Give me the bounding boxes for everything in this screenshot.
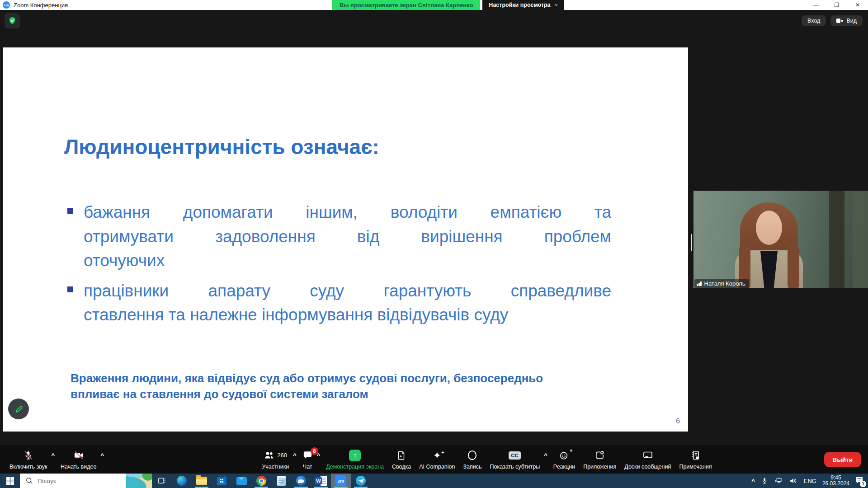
windows-logo-icon <box>6 477 14 485</box>
ai-companion-button[interactable]: ✦✦ AI Companion <box>415 446 459 473</box>
apps-icon <box>594 450 605 460</box>
participants-chevron[interactable]: ^ <box>293 452 297 473</box>
summary-button[interactable]: Сводка <box>388 446 415 473</box>
participants-icon <box>264 450 274 460</box>
screen-share-banner: Вы просматриваете экран Світлана Карпенк… <box>332 0 480 10</box>
participant-video-tile[interactable]: Наталя Король <box>693 191 868 288</box>
system-tray: ^ ENG 9:45 26.03.2024 <box>751 474 868 488</box>
pencil-icon <box>14 404 24 414</box>
windows-taskbar: W zm ^ ENG 9:45 26.03.2024 <box>0 474 868 488</box>
participants-button[interactable]: 260 Участники <box>258 446 293 473</box>
reactions-button[interactable]: + Реакции <box>549 446 579 473</box>
captions-label: Показать субтитры <box>490 464 540 470</box>
summary-doc-icon <box>396 450 406 461</box>
bullet-line: ставлення та належне інформування відвід… <box>84 303 611 327</box>
panel-resize-handle[interactable] <box>691 234 692 251</box>
notes-button[interactable]: Примечания <box>675 446 716 473</box>
signal-strength-icon <box>697 282 702 286</box>
search-highlight-image[interactable] <box>126 474 152 488</box>
video-background <box>829 191 844 288</box>
view-label: Вид <box>846 18 857 24</box>
taskbar-app-chrome[interactable] <box>251 474 271 488</box>
unmute-button[interactable]: Включить звук <box>5 446 51 473</box>
participant-figure <box>788 245 799 288</box>
record-button[interactable]: Запись <box>459 446 486 473</box>
taskbar-app-store[interactable] <box>212 474 231 488</box>
language-indicator[interactable]: ENG <box>804 478 816 484</box>
taskbar-app-explorer[interactable] <box>192 474 212 488</box>
audio-options-chevron[interactable]: ^ <box>51 452 55 473</box>
taskbar-search[interactable] <box>20 474 152 488</box>
window-titlebar: zm Zoom Конференция Вы просматриваете эк… <box>0 0 868 10</box>
chat-chevron[interactable]: ^ <box>317 452 321 473</box>
record-label: Запись <box>463 464 481 470</box>
captions-chevron[interactable]: ^ <box>544 452 547 473</box>
view-layout-icon <box>836 19 843 23</box>
tray-mic-icon[interactable] <box>761 477 768 485</box>
network-icon[interactable] <box>774 477 783 485</box>
reactions-label: Реакции <box>553 464 575 470</box>
notepad-icon <box>277 476 286 486</box>
slide-page-number: 6 <box>676 417 680 425</box>
task-view-button[interactable] <box>152 474 172 488</box>
start-video-label: Начать видео <box>61 464 96 470</box>
video-background <box>853 191 868 288</box>
taskbar-app-word[interactable]: W <box>311 474 331 488</box>
ai-companion-label: AI Companion <box>419 464 455 470</box>
security-shield-button[interactable] <box>5 13 20 28</box>
participants-label: Участники <box>262 464 289 470</box>
bullet-item: працівники апарату суду гарантують справ… <box>67 279 614 327</box>
slide-bullet-list: бажання допомагати іншим, володіти емпат… <box>67 200 614 333</box>
taskbar-app-mail[interactable] <box>231 474 251 488</box>
bullet-line: отримувати задоволення від вирішення про… <box>84 225 611 249</box>
edge-icon <box>177 476 187 486</box>
task-view-icon <box>158 477 166 485</box>
view-settings-button[interactable]: Настройки просмотра ˅ <box>482 0 564 10</box>
notes-label: Примечания <box>679 464 712 470</box>
presentation-slide: Людиноцентричність означає: бажання допо… <box>3 47 688 432</box>
taskbar-app-edge[interactable] <box>172 474 192 488</box>
share-screen-button[interactable]: ↑ Демонстрация экрана <box>322 446 388 473</box>
taskbar-app-zoom[interactable]: zm <box>331 474 351 488</box>
ai-sparkle-icon: ✦✦ <box>433 451 441 460</box>
mic-muted-icon <box>23 450 33 460</box>
bullet-square-icon <box>67 208 73 214</box>
bullet-square-icon <box>67 286 73 292</box>
taskbar-clock[interactable]: 9:45 26.03.2024 <box>822 475 849 487</box>
chevron-down-icon: ˅ <box>555 3 558 8</box>
window-title: Zoom Конференция <box>14 2 68 9</box>
zoom-app-icon: zm <box>335 475 346 486</box>
mail-icon <box>236 477 247 485</box>
volume-icon[interactable] <box>789 477 798 485</box>
footnote-line: впливає на ставлення до судової системи … <box>71 386 543 402</box>
close-button[interactable]: ✕ <box>847 0 868 10</box>
whiteboards-label: Доски сообщений <box>624 464 671 470</box>
apps-button[interactable]: Приложения <box>579 446 620 473</box>
summary-label: Сводка <box>392 464 411 470</box>
leave-meeting-button[interactable]: Выйти <box>824 452 862 467</box>
hidden-icons-chevron[interactable]: ^ <box>751 478 755 484</box>
share-screen-icon: ↑ <box>349 450 361 461</box>
word-icon: W <box>315 476 327 486</box>
taskbar-app-thunderbird[interactable] <box>291 474 311 488</box>
login-button[interactable]: Вход <box>802 15 826 26</box>
restore-button[interactable]: ❐ <box>826 0 847 10</box>
up-arrow-icon: ↑ <box>353 451 357 460</box>
share-screen-label: Демонстрация экрана <box>326 464 384 470</box>
minimize-button[interactable]: — <box>806 0 826 10</box>
view-button[interactable]: Вид <box>830 15 863 26</box>
action-center-button[interactable]: 1 <box>855 476 863 486</box>
camera-muted-icon <box>73 450 84 460</box>
taskbar-app-telegram[interactable] <box>351 474 371 488</box>
meeting-toolbar: Включить звук ^ Начать видео ^ <box>0 445 868 474</box>
video-options-chevron[interactable]: ^ <box>100 452 104 473</box>
taskbar-app-notepad[interactable] <box>271 474 291 488</box>
annotate-button[interactable] <box>8 399 29 419</box>
start-video-button[interactable]: Начать видео <box>57 446 100 473</box>
search-input[interactable] <box>38 478 110 484</box>
start-button[interactable] <box>0 474 20 488</box>
chat-button[interactable]: 8 Чат <box>298 446 317 473</box>
captions-button[interactable]: CC Показать субтитры <box>486 446 544 473</box>
whiteboards-button[interactable]: Доски сообщений <box>620 446 675 473</box>
participant-name: Наталя Король <box>704 280 745 287</box>
